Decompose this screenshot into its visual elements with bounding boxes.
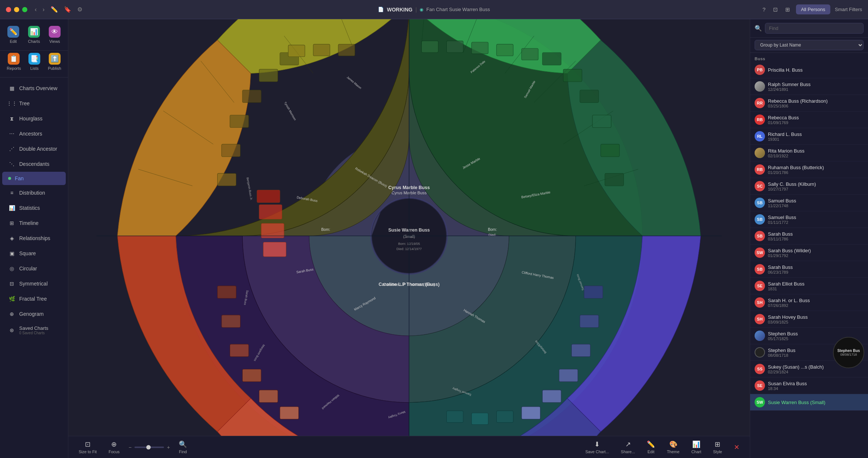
close-chart-btn[interactable]: ✕ [731,442,742,453]
person-date-sarah-wilder: 01/29/1792 [768,253,864,258]
sidebar-item-tree[interactable]: ⋮⋮ Tree [2,96,66,111]
person-item-susie[interactable]: SW Susie Warren Buss (Small) [750,394,868,411]
bookmark-btn[interactable]: 🔖 [62,4,73,14]
edit-chart-btn[interactable]: ✏️ Edit [644,439,658,455]
toolbar-reports[interactable]: 📋 Reports [3,51,25,73]
person-item-sally[interactable]: SC Sally C. Buss (Kilburn) 10/27/1797 [750,178,868,195]
all-persons-btn[interactable]: All Persons [796,4,831,14]
forward-btn[interactable]: › [41,4,46,14]
close-window-btn[interactable] [6,7,11,12]
sidebar-item-statistics[interactable]: 📊 Statistics [2,201,66,215]
sidebar-item-ancestors[interactable]: ⋯ Ancestors [2,126,66,141]
chart-settings-icon: 📊 [692,440,700,448]
zoom-thumb[interactable] [146,445,151,450]
edit-pencil-btn[interactable]: ✏️ [49,4,59,14]
smart-filters-btn[interactable]: Smart Filters [835,7,862,12]
size-to-fit-btn[interactable]: ⊡ Size to Fit [76,439,100,455]
sidebar-item-saved-charts[interactable]: ⊛ Saved Charts 0 Saved Charts [2,322,66,339]
person-info-samuel1: Samuel Buss 11/22/1748 [768,198,864,208]
minimize-window-btn[interactable] [14,7,19,12]
sidebar-item-square[interactable]: ▣ Square [2,246,66,261]
sidebar-item-circular[interactable]: ◎ Circular [2,261,66,276]
person-item-rita[interactable]: Rita Marion Buss 02/10/1922 [750,145,868,161]
person-info-sarah2: Sarah Buss 06/23/1789 [768,264,864,274]
toolbar-publish[interactable]: ⬆️ Publish [44,51,65,73]
zoom-track[interactable] [134,447,164,448]
person-item-stephen2[interactable]: Stephen Bus 08/08/1718 Stephen Bus 08/08… [750,344,868,361]
bottom-left-tools: ⊡ Size to Fit ⊕ Focus − + 🔍 Find [76,439,190,455]
settings-btn[interactable]: ⚙ [76,4,84,14]
person-date-ralph: 12/24/1891 [768,87,864,92]
person-item-sarah-hl[interactable]: SH Sarah H. or L. Buss 07/26/1892 [750,294,868,311]
svg-rect-70 [242,369,261,382]
avatar-sukey: SS [755,364,765,374]
theme-btn[interactable]: 🎨 Theme [664,439,682,455]
person-name-sarah-wilder: Sarah Buss (Wilder) [768,248,864,253]
sidebar-item-double-ancestor[interactable]: ⋰ Double Ancestor [2,141,66,156]
person-item-rebecca[interactable]: RB Rebecca Buss 01/09/1769 [750,112,868,128]
person-name-sarah1: Sarah Buss [768,231,864,237]
person-item-ruhamah[interactable]: RB Ruhamah Buss (Butterick) 01/20/1786 [750,161,868,178]
timeline-icon: ⊞ [8,219,16,227]
person-item-sarah-elliot[interactable]: SE Sarah Elliot Buss 1831 [750,278,868,294]
toolbar-views[interactable]: 👁 Views [45,24,64,46]
style-btn[interactable]: ⊞ Style [710,439,725,455]
toolbar-charts[interactable]: 📊 Charts [24,24,44,46]
window-mode-btn1[interactable]: ⊡ [772,5,779,14]
sidebar-item-charts-overview[interactable]: ▦ Charts Overview [2,81,66,96]
back-btn[interactable]: ‹ [33,4,38,14]
stephen-tooltip: Stephen Bus 08/08/1718 [833,337,864,368]
person-date-susan: 18:34 [768,386,864,391]
fan-chart-canvas[interactable]: Susie Warren Buss (Small) Born: 12/19/05… [68,19,750,436]
person-date-sarah-hovey: 03/09/1825 [768,320,864,324]
svg-rect-68 [222,315,240,328]
share-btn[interactable]: ↗ Share... [618,439,638,455]
search-input[interactable] [765,23,864,34]
sidebar-item-descendants[interactable]: ⋱ Descendants [2,157,66,171]
save-chart-btn[interactable]: ⬇ Save Chart... [582,439,612,455]
avatar-stephen2 [755,347,765,358]
timeline-label: Timeline [19,220,38,226]
help-btn[interactable]: ? [761,5,767,14]
person-item-samuel1[interactable]: SB Samuel Buss 11/22/1748 [750,195,868,211]
person-item-sarah1[interactable]: SB Sarah Buss 03/11/1786 [750,228,868,245]
chart-settings-btn[interactable]: 📊 Chart [688,439,704,455]
sidebar-item-hourglass[interactable]: ⧗ Hourglass [2,111,66,126]
sidebar-item-fractal-tree[interactable]: 🌿 Fractal Tree [2,291,66,306]
sidebar-nav: ▦ Charts Overview ⋮⋮ Tree ⧗ Hourglass ⋯ … [0,78,68,458]
person-date-samuel1: 11/22/1748 [768,204,864,208]
svg-rect-62 [222,144,240,157]
person-item-samuel2[interactable]: SB Samuel Buss 01/11/1772 [750,211,868,228]
sidebar-item-symmetrical[interactable]: ⊟ Symmetrical [2,276,66,291]
sidebar-item-genogram[interactable]: ⊕ Genogram [2,307,66,321]
avatar-sarah-elliot: SE [755,281,765,291]
sidebar-item-relationships[interactable]: ◈ Relationships [2,231,66,246]
person-item-ralph[interactable]: Ralph Sumner Buss 12/24/1891 [750,78,868,95]
sidebar-item-fan[interactable]: Fan [2,172,66,185]
toolbar-lists[interactable]: 📑 Lists [25,51,44,73]
find-btn[interactable]: 🔍 Find [176,439,190,455]
section-label-buss: Buss [750,54,868,62]
sidebar-item-distribution[interactable]: ≡ Distribution [2,185,66,200]
person-item-sarah-wilder[interactable]: SW Sarah Buss (Wilder) 01/29/1792 [750,245,868,261]
maximize-window-btn[interactable] [22,7,27,12]
sidebar-item-timeline[interactable]: ⊞ Timeline [2,216,66,230]
toolbar-edit[interactable]: ✏️ Edit [4,24,23,46]
center-area[interactable]: Susie Warren Buss (Small) Born: 12/19/05… [68,19,750,458]
svg-rect-63 [218,173,236,186]
person-item-sarah2[interactable]: SB Sarah Buss 06/23/1789 [750,261,868,278]
person-item-susan[interactable]: SE Susan Elvira Buss 18:34 [750,377,868,394]
person-item-richard[interactable]: RL Richard L. Buss 19301 [750,128,868,145]
window-mode-btn2[interactable]: ⊞ [784,5,792,14]
reports-icon: 📋 [8,53,20,65]
charts-overview-label: Charts Overview [19,85,57,91]
zoom-slider[interactable]: − + [129,444,170,450]
svg-rect-80 [559,369,578,382]
focus-btn[interactable]: ⊕ Focus [106,439,123,455]
person-name-susie: Susie Warren Buss (Small) [768,400,864,405]
group-by-select[interactable]: Group by Last Name Group by First Name N… [755,40,864,50]
person-item-priscilla[interactable]: PB Priscilla H. Buss [750,62,868,78]
svg-rect-54 [496,44,513,56]
person-item-sarah-hovey[interactable]: SH Sarah Hovey Buss 03/09/1825 [750,311,868,328]
person-item-rebecca-r[interactable]: RR Rebecca Buss (Richardson) 03/25/1806 [750,95,868,112]
